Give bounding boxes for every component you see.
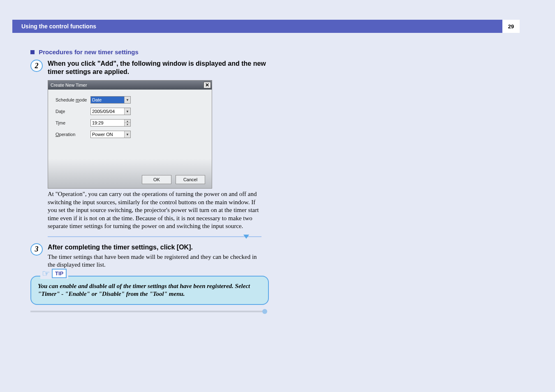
step-2-circle: 2 — [30, 60, 43, 72]
step-2-heading: When you click "Add", the following wind… — [48, 60, 269, 76]
time-value: 19:29 — [92, 120, 104, 125]
schedule-mode-value: Date — [92, 97, 102, 102]
chevron-down-icon[interactable]: ▼ — [124, 108, 130, 115]
spinner-up-icon[interactable]: ▲ — [125, 120, 130, 123]
cancel-button[interactable]: Cancel — [176, 175, 205, 184]
step-2-paragraph: At "Operation", you can carry out the op… — [48, 190, 261, 231]
step-2-row: 2 When you click "Add", the following wi… — [30, 60, 269, 76]
section-divider — [48, 236, 261, 238]
step-3-row: 3 After completing the timer settings, c… — [30, 243, 269, 269]
time-label: Time — [56, 120, 90, 125]
step-3-paragraph: The timer settings that have been made w… — [48, 253, 261, 269]
operation-value: Power ON — [92, 132, 113, 137]
section-bullet-icon — [30, 50, 35, 54]
date-value: 2005/05/04 — [92, 109, 115, 114]
end-track — [30, 311, 265, 312]
chevron-down-icon[interactable]: ▼ — [124, 131, 130, 138]
time-row: Time 19:29 ▲ ▼ — [56, 119, 204, 127]
schedule-mode-dropdown[interactable]: Date ▼ — [90, 96, 131, 104]
ok-button[interactable]: OK — [142, 175, 171, 184]
tip-label-text: TIP — [52, 269, 67, 278]
step-3-content: After completing the timer settings, cli… — [48, 243, 269, 269]
time-spinner[interactable]: 19:29 ▲ ▼ — [90, 119, 131, 127]
dialog-footer: OK Cancel — [142, 175, 205, 184]
section-heading-text: Procedures for new timer settings — [39, 48, 139, 55]
operation-row: Operation Power ON ▼ — [56, 131, 204, 138]
create-new-timer-dialog: Create New Timer ✕ Schedule mode Date ▼ … — [48, 80, 212, 189]
date-row: Date 2005/05/04 ▼ — [56, 108, 204, 115]
dialog-titlebar: Create New Timer ✕ — [48, 81, 212, 90]
hand-point-icon: ☞ — [42, 268, 50, 279]
spinner-down-icon[interactable]: ▼ — [125, 123, 130, 126]
tip-text: You can enable and disable all of the ti… — [38, 282, 261, 298]
tip-box: ☞ TIP You can enable and disable all of … — [30, 276, 269, 305]
step-3-heading: After completing the timer settings, cli… — [48, 243, 269, 251]
schedule-mode-label: Schedule mode — [56, 97, 90, 102]
time-spinner-buttons: ▲ ▼ — [124, 120, 130, 126]
page-number: 29 — [502, 20, 520, 33]
dialog-body: Schedule mode Date ▼ Date 2005/05/04 ▼ T… — [48, 90, 212, 188]
end-dot-icon — [262, 309, 267, 314]
page-banner: Using the control functions — [12, 20, 520, 33]
step-3-circle: 3 — [30, 243, 43, 256]
tip-label: ☞ TIP — [40, 268, 68, 279]
operation-label: Operation — [56, 132, 90, 137]
date-dropdown[interactable]: 2005/05/04 ▼ — [90, 108, 131, 115]
divider-marker-icon — [243, 235, 249, 239]
page-banner-title: Using the control functions — [21, 23, 96, 30]
content-area: Procedures for new timer settings 2 When… — [30, 48, 269, 312]
operation-dropdown[interactable]: Power ON ▼ — [90, 131, 131, 138]
schedule-mode-row: Schedule mode Date ▼ — [56, 96, 204, 104]
date-label: Date — [56, 109, 90, 114]
chevron-down-icon[interactable]: ▼ — [124, 97, 130, 103]
close-icon[interactable]: ✕ — [204, 82, 211, 88]
dialog-title: Create New Timer — [51, 83, 87, 88]
section-heading: Procedures for new timer settings — [30, 48, 269, 55]
